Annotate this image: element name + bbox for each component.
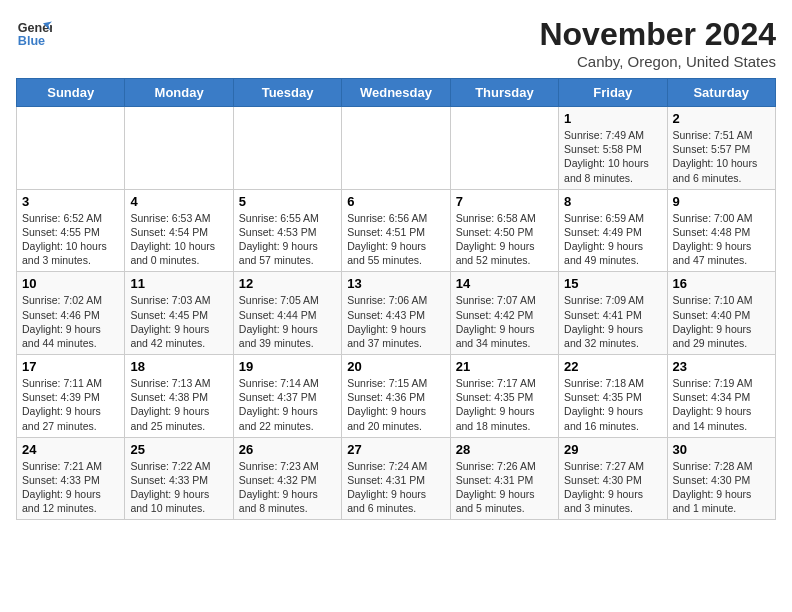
calendar-cell: 23Sunrise: 7:19 AM Sunset: 4:34 PM Dayli… — [667, 355, 775, 438]
day-info: Sunrise: 7:51 AM Sunset: 5:57 PM Dayligh… — [673, 128, 770, 185]
calendar-cell: 19Sunrise: 7:14 AM Sunset: 4:37 PM Dayli… — [233, 355, 341, 438]
calendar-cell: 30Sunrise: 7:28 AM Sunset: 4:30 PM Dayli… — [667, 437, 775, 520]
day-number: 5 — [239, 194, 336, 209]
day-info: Sunrise: 7:13 AM Sunset: 4:38 PM Dayligh… — [130, 376, 227, 433]
day-number: 16 — [673, 276, 770, 291]
column-header-friday: Friday — [559, 79, 667, 107]
day-number: 14 — [456, 276, 553, 291]
svg-text:Blue: Blue — [18, 34, 45, 48]
day-number: 7 — [456, 194, 553, 209]
calendar-cell: 1Sunrise: 7:49 AM Sunset: 5:58 PM Daylig… — [559, 107, 667, 190]
day-info: Sunrise: 7:03 AM Sunset: 4:45 PM Dayligh… — [130, 293, 227, 350]
calendar-cell: 29Sunrise: 7:27 AM Sunset: 4:30 PM Dayli… — [559, 437, 667, 520]
column-header-tuesday: Tuesday — [233, 79, 341, 107]
day-number: 6 — [347, 194, 444, 209]
page-header: General Blue November 2024 Canby, Oregon… — [16, 16, 776, 70]
calendar-week-3: 10Sunrise: 7:02 AM Sunset: 4:46 PM Dayli… — [17, 272, 776, 355]
day-number: 10 — [22, 276, 119, 291]
calendar-cell: 20Sunrise: 7:15 AM Sunset: 4:36 PM Dayli… — [342, 355, 450, 438]
day-number: 26 — [239, 442, 336, 457]
month-title: November 2024 — [539, 16, 776, 53]
title-area: November 2024 Canby, Oregon, United Stat… — [539, 16, 776, 70]
day-info: Sunrise: 7:19 AM Sunset: 4:34 PM Dayligh… — [673, 376, 770, 433]
calendar-cell: 11Sunrise: 7:03 AM Sunset: 4:45 PM Dayli… — [125, 272, 233, 355]
day-number: 20 — [347, 359, 444, 374]
calendar-cell: 22Sunrise: 7:18 AM Sunset: 4:35 PM Dayli… — [559, 355, 667, 438]
day-number: 28 — [456, 442, 553, 457]
day-number: 4 — [130, 194, 227, 209]
calendar-cell: 7Sunrise: 6:58 AM Sunset: 4:50 PM Daylig… — [450, 189, 558, 272]
calendar-cell: 26Sunrise: 7:23 AM Sunset: 4:32 PM Dayli… — [233, 437, 341, 520]
day-number: 1 — [564, 111, 661, 126]
day-info: Sunrise: 7:17 AM Sunset: 4:35 PM Dayligh… — [456, 376, 553, 433]
day-info: Sunrise: 7:15 AM Sunset: 4:36 PM Dayligh… — [347, 376, 444, 433]
day-number: 2 — [673, 111, 770, 126]
day-number: 21 — [456, 359, 553, 374]
day-info: Sunrise: 6:56 AM Sunset: 4:51 PM Dayligh… — [347, 211, 444, 268]
day-number: 8 — [564, 194, 661, 209]
calendar-cell — [450, 107, 558, 190]
calendar-table: SundayMondayTuesdayWednesdayThursdayFrid… — [16, 78, 776, 520]
calendar-cell: 14Sunrise: 7:07 AM Sunset: 4:42 PM Dayli… — [450, 272, 558, 355]
day-number: 9 — [673, 194, 770, 209]
calendar-cell: 21Sunrise: 7:17 AM Sunset: 4:35 PM Dayli… — [450, 355, 558, 438]
day-info: Sunrise: 7:11 AM Sunset: 4:39 PM Dayligh… — [22, 376, 119, 433]
day-info: Sunrise: 7:28 AM Sunset: 4:30 PM Dayligh… — [673, 459, 770, 516]
day-info: Sunrise: 7:49 AM Sunset: 5:58 PM Dayligh… — [564, 128, 661, 185]
calendar-header-row: SundayMondayTuesdayWednesdayThursdayFrid… — [17, 79, 776, 107]
day-number: 19 — [239, 359, 336, 374]
day-info: Sunrise: 7:00 AM Sunset: 4:48 PM Dayligh… — [673, 211, 770, 268]
day-number: 27 — [347, 442, 444, 457]
column-header-thursday: Thursday — [450, 79, 558, 107]
calendar-cell: 25Sunrise: 7:22 AM Sunset: 4:33 PM Dayli… — [125, 437, 233, 520]
day-number: 11 — [130, 276, 227, 291]
calendar-cell: 4Sunrise: 6:53 AM Sunset: 4:54 PM Daylig… — [125, 189, 233, 272]
day-number: 18 — [130, 359, 227, 374]
day-info: Sunrise: 7:21 AM Sunset: 4:33 PM Dayligh… — [22, 459, 119, 516]
calendar-cell: 2Sunrise: 7:51 AM Sunset: 5:57 PM Daylig… — [667, 107, 775, 190]
day-number: 30 — [673, 442, 770, 457]
calendar-cell: 8Sunrise: 6:59 AM Sunset: 4:49 PM Daylig… — [559, 189, 667, 272]
calendar-week-5: 24Sunrise: 7:21 AM Sunset: 4:33 PM Dayli… — [17, 437, 776, 520]
day-number: 3 — [22, 194, 119, 209]
day-info: Sunrise: 7:26 AM Sunset: 4:31 PM Dayligh… — [456, 459, 553, 516]
calendar-cell: 12Sunrise: 7:05 AM Sunset: 4:44 PM Dayli… — [233, 272, 341, 355]
calendar-cell — [125, 107, 233, 190]
calendar-cell — [342, 107, 450, 190]
calendar-cell — [17, 107, 125, 190]
calendar-cell: 6Sunrise: 6:56 AM Sunset: 4:51 PM Daylig… — [342, 189, 450, 272]
calendar-week-4: 17Sunrise: 7:11 AM Sunset: 4:39 PM Dayli… — [17, 355, 776, 438]
day-info: Sunrise: 6:55 AM Sunset: 4:53 PM Dayligh… — [239, 211, 336, 268]
calendar-cell: 24Sunrise: 7:21 AM Sunset: 4:33 PM Dayli… — [17, 437, 125, 520]
calendar-week-2: 3Sunrise: 6:52 AM Sunset: 4:55 PM Daylig… — [17, 189, 776, 272]
calendar-cell: 17Sunrise: 7:11 AM Sunset: 4:39 PM Dayli… — [17, 355, 125, 438]
calendar-week-1: 1Sunrise: 7:49 AM Sunset: 5:58 PM Daylig… — [17, 107, 776, 190]
day-info: Sunrise: 7:09 AM Sunset: 4:41 PM Dayligh… — [564, 293, 661, 350]
day-info: Sunrise: 7:05 AM Sunset: 4:44 PM Dayligh… — [239, 293, 336, 350]
day-number: 23 — [673, 359, 770, 374]
column-header-sunday: Sunday — [17, 79, 125, 107]
day-number: 25 — [130, 442, 227, 457]
day-number: 12 — [239, 276, 336, 291]
column-header-wednesday: Wednesday — [342, 79, 450, 107]
calendar-cell: 16Sunrise: 7:10 AM Sunset: 4:40 PM Dayli… — [667, 272, 775, 355]
column-header-saturday: Saturday — [667, 79, 775, 107]
calendar-cell: 15Sunrise: 7:09 AM Sunset: 4:41 PM Dayli… — [559, 272, 667, 355]
calendar-cell: 3Sunrise: 6:52 AM Sunset: 4:55 PM Daylig… — [17, 189, 125, 272]
day-info: Sunrise: 7:14 AM Sunset: 4:37 PM Dayligh… — [239, 376, 336, 433]
logo-icon: General Blue — [16, 16, 52, 52]
location: Canby, Oregon, United States — [539, 53, 776, 70]
day-number: 22 — [564, 359, 661, 374]
day-number: 17 — [22, 359, 119, 374]
day-info: Sunrise: 7:24 AM Sunset: 4:31 PM Dayligh… — [347, 459, 444, 516]
calendar-cell: 9Sunrise: 7:00 AM Sunset: 4:48 PM Daylig… — [667, 189, 775, 272]
day-number: 15 — [564, 276, 661, 291]
calendar-cell: 27Sunrise: 7:24 AM Sunset: 4:31 PM Dayli… — [342, 437, 450, 520]
calendar-cell — [233, 107, 341, 190]
day-number: 13 — [347, 276, 444, 291]
day-info: Sunrise: 7:23 AM Sunset: 4:32 PM Dayligh… — [239, 459, 336, 516]
day-info: Sunrise: 6:58 AM Sunset: 4:50 PM Dayligh… — [456, 211, 553, 268]
day-info: Sunrise: 7:10 AM Sunset: 4:40 PM Dayligh… — [673, 293, 770, 350]
calendar-cell: 13Sunrise: 7:06 AM Sunset: 4:43 PM Dayli… — [342, 272, 450, 355]
calendar-cell: 28Sunrise: 7:26 AM Sunset: 4:31 PM Dayli… — [450, 437, 558, 520]
